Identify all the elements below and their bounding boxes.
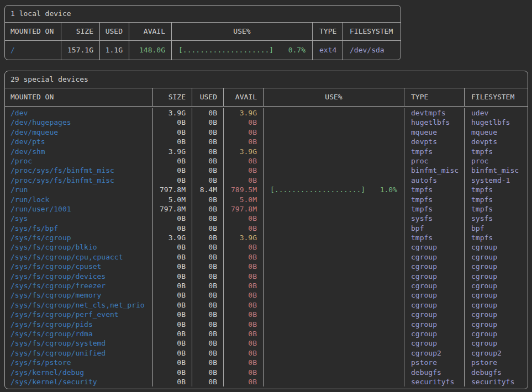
cell-avail: 0B [224, 224, 264, 233]
cell-use-percent [264, 300, 404, 310]
cell-filesystem: udev [465, 108, 528, 118]
table-row: /sys/fs/pstore0B0B0Bpstorepstore [5, 358, 528, 367]
cell-used: 0B [192, 262, 224, 271]
cell-avail: 0B [224, 368, 264, 377]
cell-used: 0B [192, 338, 224, 348]
cell-use-percent [264, 195, 404, 204]
cell-avail: 0B [224, 166, 264, 175]
cell-filesystem: /dev/sda [343, 41, 401, 60]
cell-size: 0B [153, 329, 192, 338]
cell-filesystem: cgroup [465, 252, 528, 262]
cell-use-percent [264, 338, 404, 348]
cell-type: cgroup [404, 272, 465, 281]
cell-use-percent [264, 377, 404, 386]
cell-size: 0B [153, 156, 192, 166]
cell-size: 0B [153, 272, 192, 281]
table-row: /run/user/1001797.8M0B797.8Mtmpfstmpfs [5, 204, 528, 214]
table-title-special-devices: 29 special devices [5, 71, 528, 88]
cell-size: 0B [153, 310, 192, 319]
cell-mounted-on: /sys/fs/pstore [5, 358, 153, 367]
cell-filesystem: tmpfs [465, 195, 528, 204]
table-body: /dev3.9G0B3.9Gdevtmpfsudev/dev/hugepages… [5, 107, 528, 389]
table-row: /run797.8M8.4M789.5M[...................… [5, 185, 528, 194]
cell-use-percent [264, 214, 404, 223]
cell-use-percent [264, 358, 404, 367]
table-row: /proc0B0B0Bprocproc [5, 156, 528, 166]
cell-type: cgroup [404, 338, 465, 348]
cell-size: 0B [153, 281, 192, 290]
table-row: /sys/fs/cgroup/devices0B0B0Bcgroupcgroup [5, 272, 528, 281]
cell-size: 0B [153, 166, 192, 175]
cell-used: 8.4M [192, 185, 224, 194]
header-mounted-on: MOUNTED ON [5, 88, 153, 106]
cell-used: 0B [192, 176, 224, 185]
cell-filesystem: mqueue [465, 128, 528, 137]
special-devices-table: 29 special devices MOUNTED ONSIZEUSEDAVA… [4, 71, 528, 389]
table-row: /sys/fs/cgroup/blkio0B0B0Bcgroupcgroup [5, 242, 528, 252]
cell-type: securityfs [404, 377, 465, 386]
cell-used: 0B [192, 137, 224, 146]
table-row: /sys/fs/cgroup/net_cls,net_prio0B0B0Bcgr… [5, 300, 528, 310]
cell-use-percent [264, 147, 404, 156]
cell-size: 0B [153, 290, 192, 300]
cell-size: 0B [153, 262, 192, 271]
header-use-: USE% [172, 23, 313, 40]
cell-avail: 0B [224, 128, 264, 137]
table-row: /sys/kernel/debug0B0B0Bdebugfsdebugfs [5, 368, 528, 377]
cell-filesystem: cgroup2 [465, 348, 528, 358]
cell-size: 0B [153, 358, 192, 367]
cell-use-percent [264, 224, 404, 233]
cell-type: mqueue [404, 128, 465, 137]
cell-avail: 0B [224, 300, 264, 310]
cell-type: devpts [404, 137, 465, 146]
cell-used: 0B [192, 377, 224, 386]
cell-use-percent [264, 176, 404, 185]
header-use-: USE% [264, 88, 404, 106]
cell-used: 0B [192, 252, 224, 262]
cell-type: cgroup [404, 290, 465, 300]
usage-percent-value: 1.0% [380, 185, 397, 194]
cell-used: 0B [192, 195, 224, 204]
cell-filesystem: proc [465, 156, 528, 166]
cell-mounted-on: /sys/kernel/security [5, 377, 153, 386]
table-row: /run/lock5.0M0B5.0Mtmpfstmpfs [5, 195, 528, 204]
cell-type: sysfs [404, 214, 465, 223]
header-avail: AVAIL [224, 88, 264, 106]
cell-size: 0B [153, 242, 192, 252]
cell-filesystem: systemd-1 [465, 176, 528, 185]
table-row: /dev/pts0B0B0Bdevptsdevpts [5, 137, 528, 146]
cell-size: 0B [153, 320, 192, 329]
cell-type: cgroup [404, 262, 465, 271]
header-size: SIZE [61, 23, 100, 40]
cell-mounted-on: /sys/fs/cgroup/unified [5, 348, 153, 358]
cell-used: 0B [192, 118, 224, 127]
cell-used: 0B [192, 272, 224, 281]
cell-use-percent [264, 348, 404, 358]
cell-mounted-on: /sys/fs/cgroup/memory [5, 290, 153, 300]
terminal-screen: 1 local device MOUNTED ONSIZEUSEDAVAILUS… [4, 5, 528, 389]
cell-type: tmpfs [404, 147, 465, 156]
cell-avail: 0B [224, 281, 264, 290]
cell-type: debugfs [404, 368, 465, 377]
cell-filesystem: cgroup [465, 262, 528, 271]
cell-type: tmpfs [404, 204, 465, 214]
cell-size: 3.9G [153, 147, 192, 156]
cell-size: 797.8M [153, 204, 192, 214]
cell-type: hugetlbfs [404, 118, 465, 127]
table-row: /dev/hugepages0B0B0Bhugetlbfshugetlbfs [5, 118, 528, 127]
cell-mounted-on: /sys/fs/cgroup/pids [5, 320, 153, 329]
cell-avail: 0B [224, 272, 264, 281]
cell-filesystem: tmpfs [465, 204, 528, 214]
cell-filesystem: cgroup [465, 281, 528, 290]
cell-use-percent [264, 272, 404, 281]
cell-type: autofs [404, 176, 465, 185]
cell-type: cgroup [404, 310, 465, 319]
cell-mounted-on: /sys/fs/cgroup/cpu,cpuacct [5, 252, 153, 262]
cell-mounted-on: /run/lock [5, 195, 153, 204]
cell-use-percent: [....................]0.7% [172, 41, 313, 60]
table-header-row: MOUNTED ONSIZEUSEDAVAILUSE%TYPEFILESYSTE… [5, 23, 401, 41]
cell-avail: 0B [224, 290, 264, 300]
cell-filesystem: securityfs [465, 377, 528, 386]
cell-mounted-on: /dev/hugepages [5, 118, 153, 127]
table-header-row: MOUNTED ONSIZEUSEDAVAILUSE%TYPEFILESYSTE… [5, 88, 528, 107]
